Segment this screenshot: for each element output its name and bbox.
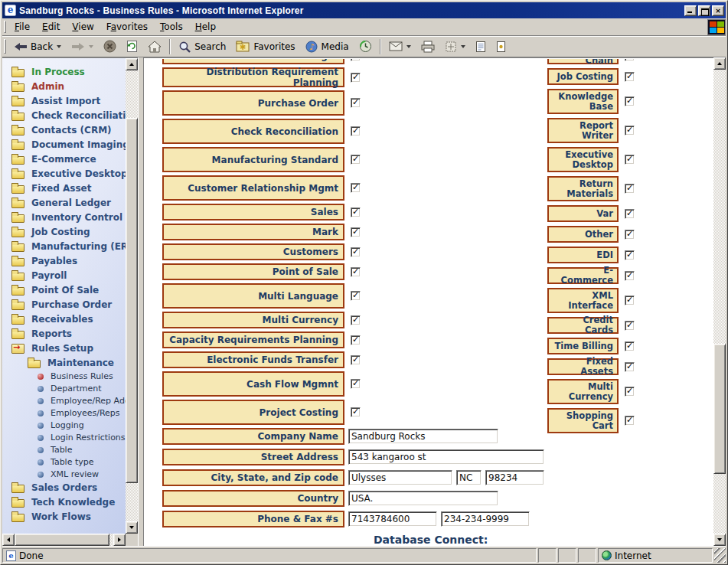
company-name-label[interactable]: Company Name xyxy=(162,428,344,445)
edit-dropdown-caret[interactable] xyxy=(461,45,465,48)
tree-item[interactable]: Contacts (CRM) xyxy=(11,122,126,137)
history-button[interactable] xyxy=(354,38,377,56)
tree-item[interactable]: Maintenance xyxy=(28,355,126,370)
tree-item[interactable]: Work Flows xyxy=(11,509,126,524)
module-checkbox[interactable]: ✓ xyxy=(351,315,361,325)
module-checkbox[interactable]: ✓ xyxy=(625,126,635,136)
tree-item[interactable]: Business Rules xyxy=(38,370,126,382)
module-button[interactable]: Purchase Order xyxy=(162,90,344,116)
module-button[interactable]: Multi Currency xyxy=(162,312,344,328)
module-button[interactable]: Sales xyxy=(162,204,344,220)
tree-item[interactable]: Check Reconciliation xyxy=(11,108,126,122)
edit-button[interactable] xyxy=(440,38,470,56)
module-button[interactable]: Customer Relationship Mgmt xyxy=(162,175,344,201)
mail-button[interactable] xyxy=(384,38,416,56)
maximize-button[interactable] xyxy=(698,5,710,16)
tree-item[interactable]: Sales Orders xyxy=(11,480,126,495)
tree-item[interactable]: Purchase Order xyxy=(11,297,126,312)
module-button[interactable]: Time Billing xyxy=(547,338,619,354)
module-checkbox[interactable]: ✓ xyxy=(351,126,361,136)
tree-item[interactable]: General Ledger xyxy=(11,195,126,210)
favorites-button[interactable]: ✱ Favorites xyxy=(231,38,299,56)
tree-item[interactable]: E-Commerce xyxy=(11,152,126,166)
module-checkbox[interactable]: ✓ xyxy=(625,209,635,219)
home-button[interactable] xyxy=(143,38,166,56)
tree-item[interactable]: Job Costing xyxy=(11,224,126,239)
module-checkbox[interactable]: ✓ xyxy=(625,271,635,281)
back-button[interactable]: Back xyxy=(9,38,66,56)
toolbar-grip[interactable] xyxy=(4,39,6,54)
tree-item[interactable]: Tech Knowledge xyxy=(11,495,126,509)
module-button[interactable]: Fixed Assets xyxy=(547,358,619,375)
module-button[interactable]: Distribution Requirement Planning xyxy=(162,67,344,87)
module-checkbox[interactable]: ✓ xyxy=(351,335,361,345)
tree-item[interactable]: Reports xyxy=(11,326,126,341)
street-address-input[interactable] xyxy=(348,449,544,465)
module-checkbox[interactable]: ✓ xyxy=(625,362,635,372)
menu-item[interactable]: Edit xyxy=(36,20,66,34)
print-button[interactable] xyxy=(416,38,439,56)
tree-item[interactable]: Document Imaging xyxy=(11,137,126,152)
discuss-button[interactable] xyxy=(471,38,491,56)
scroll-down-button[interactable] xyxy=(126,521,138,534)
module-checkbox[interactable]: ✓ xyxy=(351,267,361,277)
scroll-up-button[interactable] xyxy=(126,58,138,70)
module-button[interactable]: E-Commerce xyxy=(547,267,619,284)
tree-item[interactable]: Rules Setup xyxy=(11,341,126,355)
module-checkbox[interactable]: ✓ xyxy=(625,155,635,165)
tree-item[interactable]: Receivables xyxy=(11,312,126,326)
module-checkbox[interactable]: ✓ xyxy=(351,183,361,193)
module-checkbox[interactable]: ✓ xyxy=(351,379,361,389)
module-button[interactable]: Multi Currency xyxy=(547,379,619,404)
module-button[interactable]: Point of Sale xyxy=(162,263,344,280)
scroll-left-button[interactable] xyxy=(2,534,15,546)
module-button[interactable]: Manufacturing Standard xyxy=(162,147,344,172)
menu-item[interactable]: Tools xyxy=(154,20,189,34)
module-checkbox[interactable]: ✓ xyxy=(351,227,361,237)
refresh-button[interactable] xyxy=(122,38,142,56)
city-input[interactable] xyxy=(348,470,452,485)
tree-item[interactable]: In Process xyxy=(11,64,126,79)
tree-item[interactable]: Employee/Rep Add xyxy=(38,394,126,407)
module-button[interactable]: Mark xyxy=(162,224,344,240)
module-checkbox[interactable]: ✓ xyxy=(625,387,635,397)
module-checkbox[interactable]: ✓ xyxy=(625,96,635,106)
module-button[interactable]: Job Costing xyxy=(547,68,619,85)
tree-item[interactable]: Assist Import xyxy=(11,93,126,108)
module-checkbox[interactable]: ✓ xyxy=(351,355,361,365)
media-button[interactable]: ♪ Media xyxy=(301,38,354,56)
scroll-up-button[interactable] xyxy=(713,57,726,70)
tree-item[interactable]: Admin xyxy=(11,79,126,93)
forward-button[interactable] xyxy=(67,38,98,56)
phone-input[interactable] xyxy=(348,511,437,527)
scroll-thumb[interactable] xyxy=(15,534,109,546)
phone-fax-label[interactable]: Phone & Fax #s xyxy=(162,511,344,527)
stop-button[interactable] xyxy=(99,38,121,56)
tree-item[interactable]: Payroll xyxy=(11,268,126,282)
company-name-input[interactable] xyxy=(348,429,498,444)
sidebar-vertical-scrollbar[interactable] xyxy=(126,58,138,534)
tree-item[interactable]: Fixed Asset xyxy=(11,181,126,195)
module-button[interactable]: Credit Cards xyxy=(547,317,619,334)
minimize-button[interactable] xyxy=(684,5,697,16)
close-button[interactable]: × xyxy=(712,5,724,16)
city-state-zip-label[interactable]: City, State, and Zip code xyxy=(162,469,344,486)
frame-divider[interactable] xyxy=(138,57,144,546)
menu-item[interactable]: Favorites xyxy=(100,20,154,34)
tree-item[interactable]: Logging xyxy=(38,419,126,431)
window-resize-grip[interactable] xyxy=(714,548,726,563)
module-checkbox[interactable]: ✓ xyxy=(625,230,635,240)
scroll-down-button[interactable] xyxy=(713,534,726,546)
menu-item[interactable]: File xyxy=(8,20,36,34)
module-checkbox[interactable]: ✓ xyxy=(625,321,635,331)
mail-dropdown-caret[interactable] xyxy=(406,45,411,48)
tree-item[interactable]: XML review xyxy=(38,468,126,480)
back-dropdown-caret[interactable] xyxy=(57,45,61,48)
messenger-button[interactable] xyxy=(491,38,511,56)
module-checkbox[interactable]: ✓ xyxy=(625,296,635,305)
module-checkbox[interactable]: ✓ xyxy=(351,207,361,217)
module-checkbox[interactable]: ✓ xyxy=(625,72,635,82)
state-input[interactable] xyxy=(456,470,482,485)
tree-item[interactable]: Employees/Reps xyxy=(38,407,126,419)
tree-item[interactable]: Inventory Control xyxy=(11,210,126,224)
